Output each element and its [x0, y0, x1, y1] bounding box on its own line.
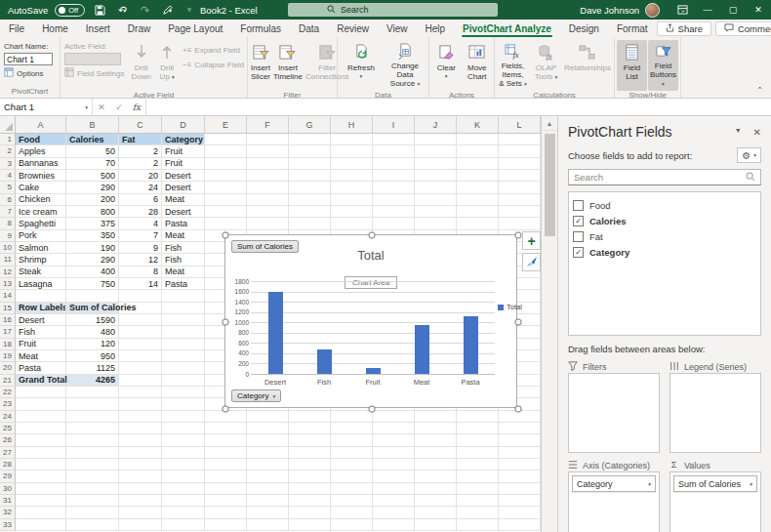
cell-H31[interactable] — [331, 495, 373, 507]
cell-K5[interactable] — [457, 182, 499, 193]
cell-L7[interactable] — [499, 206, 541, 218]
row-header-16[interactable]: 16 — [0, 314, 16, 326]
cell-D3[interactable]: Fruit — [162, 158, 205, 170]
cell-B9[interactable]: 350 — [66, 230, 119, 242]
row-header-14[interactable]: 14 — [0, 290, 16, 302]
cell-F2[interactable] — [247, 145, 289, 157]
cell-A1[interactable]: Food — [16, 134, 66, 145]
cell-A10[interactable]: Salmon — [16, 242, 66, 254]
cell-K30[interactable] — [457, 483, 499, 495]
cell-C4[interactable]: 20 — [119, 170, 162, 182]
cell-B32[interactable] — [66, 507, 119, 518]
chart-title[interactable]: Total — [225, 248, 516, 263]
cell-E30[interactable] — [205, 483, 247, 495]
cell-C3[interactable]: 2 — [119, 158, 162, 170]
tab-help[interactable]: Help — [416, 20, 454, 37]
selection-handle[interactable] — [223, 406, 229, 413]
row-header-12[interactable]: 12 — [0, 266, 16, 278]
row-header-17[interactable]: 17 — [0, 326, 16, 338]
cell-G1[interactable] — [289, 134, 331, 145]
name-box[interactable]: Chart 1 ▾ — [0, 99, 93, 116]
cell-C5[interactable]: 24 — [119, 182, 162, 193]
cell-B14[interactable] — [66, 290, 119, 302]
cell-J6[interactable] — [415, 194, 457, 206]
cell-L27[interactable] — [499, 447, 541, 459]
change-data-source-button[interactable]: Change DataSource ▾ — [384, 40, 426, 91]
cell-B3[interactable]: 70 — [66, 158, 119, 170]
cell-D19[interactable] — [162, 350, 205, 362]
cell-H24[interactable] — [331, 411, 373, 423]
cell-C12[interactable]: 8 — [119, 266, 162, 278]
field-item-fat[interactable]: Fat — [573, 228, 756, 244]
tab-insert[interactable]: Insert — [77, 20, 119, 37]
cell-L4[interactable] — [499, 170, 541, 182]
cell-D4[interactable]: Desert — [162, 170, 205, 182]
cell-C22[interactable] — [119, 387, 162, 398]
cell-B16[interactable]: 1590 — [66, 314, 119, 326]
cell-I1[interactable] — [373, 134, 415, 145]
row-header-13[interactable]: 13 — [0, 278, 16, 290]
cell-E4[interactable] — [205, 170, 247, 182]
cell-H28[interactable] — [331, 459, 373, 471]
cell-G7[interactable] — [289, 206, 331, 218]
cell-L28[interactable] — [499, 459, 541, 471]
pivot-chart[interactable]: Sum of Calories Total Chart Area 0200400… — [224, 234, 517, 408]
refresh-button[interactable]: Refresh▾ — [340, 40, 383, 91]
cell-H32[interactable] — [331, 507, 373, 518]
selection-handle[interactable] — [223, 232, 229, 239]
close-icon[interactable]: ✕ — [746, 0, 771, 20]
column-header-G[interactable]: G — [289, 116, 331, 134]
cell-D2[interactable]: Fruit — [162, 145, 205, 157]
cell-F32[interactable] — [247, 507, 289, 518]
field-list-button[interactable]: FieldList — [617, 40, 647, 91]
column-header-F[interactable]: F — [247, 116, 289, 134]
cell-H29[interactable] — [331, 471, 373, 482]
field-item-calories[interactable]: ✓Calories — [573, 213, 756, 228]
tab-review[interactable]: Review — [328, 20, 378, 37]
cell-J1[interactable] — [415, 134, 457, 145]
row-header-22[interactable]: 22 — [0, 387, 16, 398]
cell-L25[interactable] — [499, 423, 541, 434]
cell-A14[interactable] — [16, 290, 66, 302]
cell-E28[interactable] — [205, 459, 247, 471]
cell-C24[interactable] — [119, 411, 162, 423]
cell-C33[interactable] — [119, 519, 162, 531]
cell-L29[interactable] — [499, 471, 541, 482]
cell-J7[interactable] — [415, 206, 457, 218]
cell-D28[interactable] — [162, 459, 205, 471]
cell-F26[interactable] — [247, 434, 289, 446]
cell-C1[interactable]: Fat — [119, 134, 162, 145]
cell-K31[interactable] — [457, 495, 499, 507]
cell-F28[interactable] — [247, 459, 289, 471]
name-box-dropdown-icon[interactable]: ▾ — [85, 104, 88, 110]
cell-J8[interactable] — [415, 218, 457, 229]
cell-I28[interactable] — [373, 459, 415, 471]
cell-E1[interactable] — [205, 134, 247, 145]
cell-F30[interactable] — [247, 483, 289, 495]
cell-L24[interactable] — [499, 411, 541, 423]
cell-J31[interactable] — [415, 495, 457, 507]
cell-D1[interactable]: Category — [162, 134, 205, 145]
area-dropzone[interactable] — [568, 373, 660, 453]
column-header-J[interactable]: J — [415, 116, 457, 134]
cell-C29[interactable] — [119, 471, 162, 482]
cell-L30[interactable] — [499, 483, 541, 495]
cell-B27[interactable] — [66, 447, 119, 459]
cell-J33[interactable] — [415, 519, 457, 531]
chip-dropdown-icon[interactable]: ▾ — [648, 481, 651, 487]
checkbox-category[interactable]: ✓ — [573, 247, 584, 258]
chart-elements-button[interactable]: + — [522, 231, 541, 250]
bar-pasta[interactable] — [464, 316, 478, 374]
cell-J28[interactable] — [415, 459, 457, 471]
undo-icon[interactable]: ↶▾ — [114, 3, 130, 17]
cell-D12[interactable]: Meat — [162, 266, 205, 278]
cell-L5[interactable] — [499, 182, 541, 193]
cell-C21[interactable] — [119, 375, 162, 387]
cell-C7[interactable]: 28 — [119, 206, 162, 218]
cell-J32[interactable] — [415, 507, 457, 518]
cell-E33[interactable] — [205, 519, 247, 531]
cell-B19[interactable]: 950 — [66, 350, 119, 362]
cell-A25[interactable] — [16, 423, 66, 434]
pane-close-icon[interactable]: ✕ — [753, 127, 761, 138]
cell-A24[interactable] — [16, 411, 66, 423]
